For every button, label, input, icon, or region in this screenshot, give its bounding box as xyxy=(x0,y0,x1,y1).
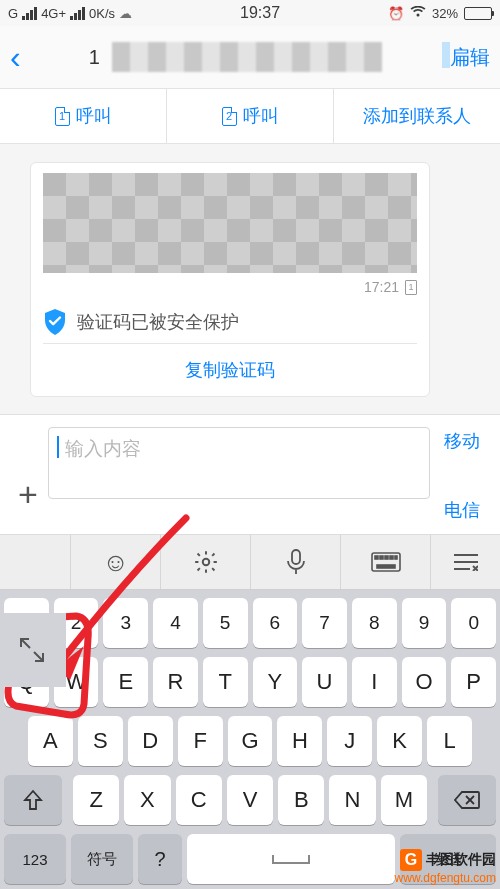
key-b[interactable]: B xyxy=(278,775,324,825)
space-key[interactable] xyxy=(187,834,395,884)
key-g[interactable]: G xyxy=(228,716,273,766)
svg-rect-4 xyxy=(380,556,383,559)
question-key[interactable]: ? xyxy=(138,834,182,884)
attach-button[interactable]: + xyxy=(8,427,48,528)
code-protected-row: 验证码已被安全保护 xyxy=(43,301,417,343)
battery-icon xyxy=(464,7,492,20)
send-telecom-button[interactable]: 电信 xyxy=(444,498,480,522)
wechat-icon: ☁ xyxy=(119,6,132,21)
key-t[interactable]: T xyxy=(203,657,248,707)
key-e[interactable]: E xyxy=(103,657,148,707)
key-h[interactable]: H xyxy=(277,716,322,766)
number-row: 1234567890 xyxy=(4,598,496,648)
voice-button[interactable] xyxy=(250,535,340,589)
key-3[interactable]: 3 xyxy=(103,598,148,648)
keyboard-toolbar: ☺ xyxy=(0,534,500,590)
shift-key[interactable] xyxy=(4,775,62,825)
letter-row-2: ASDFGHJKL xyxy=(4,716,496,766)
symbols-key[interactable]: 符号 xyxy=(71,834,133,884)
key-p[interactable]: P xyxy=(451,657,496,707)
input-bar: + 输入内容 移动 电信 xyxy=(0,414,500,534)
key-c[interactable]: C xyxy=(176,775,222,825)
sim1-icon: 1 xyxy=(55,107,70,126)
edit-button[interactable]: 扁辑 xyxy=(450,44,490,71)
key-k[interactable]: K xyxy=(377,716,422,766)
letter-row-1: QWERTYUIOP xyxy=(4,657,496,707)
keyboard: 1234567890 QWERTYUIOP ASDFGHJKL ZXCVBNM … xyxy=(0,590,500,889)
call-sim1-button[interactable]: 1 呼叫 xyxy=(0,89,166,143)
key-j[interactable]: J xyxy=(327,716,372,766)
key-y[interactable]: Y xyxy=(253,657,298,707)
placeholder-text: 输入内容 xyxy=(65,438,141,459)
key-7[interactable]: 7 xyxy=(302,598,347,648)
message-meta: 17:21 1 xyxy=(43,279,417,301)
svg-rect-5 xyxy=(385,556,388,559)
key-4[interactable]: 4 xyxy=(153,598,198,648)
key-u[interactable]: U xyxy=(302,657,347,707)
call1-label: 呼叫 xyxy=(76,104,112,128)
send-column: 移动 电信 xyxy=(430,427,494,528)
call-sim2-button[interactable]: 2 呼叫 xyxy=(166,89,333,143)
key-n[interactable]: N xyxy=(329,775,375,825)
redacted-number xyxy=(112,42,382,72)
signal-icon-2 xyxy=(70,7,85,20)
key-o[interactable]: O xyxy=(402,657,447,707)
key-f[interactable]: F xyxy=(178,716,223,766)
send-mobile-button[interactable]: 移动 xyxy=(444,429,480,453)
key-i[interactable]: I xyxy=(352,657,397,707)
sim2-icon: 2 xyxy=(222,107,237,126)
header-title: 1 xyxy=(21,42,450,72)
letter-row-3: ZXCVBNM xyxy=(4,775,496,825)
svg-point-0 xyxy=(202,559,209,566)
network-type: 4G+ xyxy=(41,6,66,21)
redacted-content xyxy=(43,173,417,273)
status-bar: G 4G+ 0K/s ☁ 19:37 ⏰ 32% xyxy=(0,0,500,26)
key-5[interactable]: 5 xyxy=(203,598,248,648)
chat-header: ‹ 1 扁辑 xyxy=(0,26,500,88)
key-9[interactable]: 9 xyxy=(402,598,447,648)
key-m[interactable]: M xyxy=(381,775,427,825)
svg-rect-6 xyxy=(390,556,393,559)
title-prefix: 1 xyxy=(89,46,100,69)
backspace-key[interactable] xyxy=(438,775,496,825)
wifi-icon xyxy=(410,6,426,21)
numbers-key[interactable]: 123 xyxy=(4,834,66,884)
settings-button[interactable] xyxy=(160,535,250,589)
action-row: 1 呼叫 2 呼叫 添加到联系人 xyxy=(0,88,500,144)
key-r[interactable]: R xyxy=(153,657,198,707)
status-right: ⏰ 32% xyxy=(388,6,492,21)
message-area: 17:21 1 验证码已被安全保护 复制验证码 xyxy=(0,144,500,414)
status-left: G 4G+ 0K/s ☁ xyxy=(8,6,132,21)
watermark-url: www.dgfengtu.com xyxy=(395,871,496,885)
key-6[interactable]: 6 xyxy=(253,598,298,648)
key-z[interactable]: Z xyxy=(73,775,119,825)
net-speed: 0K/s xyxy=(89,6,115,21)
svg-rect-8 xyxy=(377,565,395,568)
key-s[interactable]: S xyxy=(78,716,123,766)
key-d[interactable]: D xyxy=(128,716,173,766)
key-x[interactable]: X xyxy=(124,775,170,825)
key-v[interactable]: V xyxy=(227,775,273,825)
message-bubble[interactable]: 17:21 1 验证码已被安全保护 复制验证码 xyxy=(30,162,430,397)
key-0[interactable]: 0 xyxy=(451,598,496,648)
watermark-brand: 丰图软件园 xyxy=(426,851,496,869)
message-sim-icon: 1 xyxy=(405,280,417,295)
key-a[interactable]: A xyxy=(28,716,73,766)
add-contact-button[interactable]: 添加到联系人 xyxy=(333,89,500,143)
status-time: 19:37 xyxy=(240,4,280,22)
copy-code-button[interactable]: 复制验证码 xyxy=(43,343,417,396)
keyboard-switch-button[interactable] xyxy=(340,535,430,589)
message-input[interactable]: 输入内容 xyxy=(48,427,430,499)
key-l[interactable]: L xyxy=(427,716,472,766)
key-8[interactable]: 8 xyxy=(352,598,397,648)
back-button[interactable]: ‹ xyxy=(10,39,21,76)
watermark: G 丰图软件园 www.dgfengtu.com xyxy=(395,849,496,885)
menu-button[interactable] xyxy=(430,535,500,589)
svg-rect-7 xyxy=(395,556,397,559)
alarm-icon: ⏰ xyxy=(388,6,404,21)
toolbar-spare[interactable] xyxy=(0,535,70,589)
emoji-button[interactable]: ☺ xyxy=(70,535,160,589)
fullscreen-key[interactable] xyxy=(0,613,66,687)
protected-label: 验证码已被安全保护 xyxy=(77,310,239,334)
shield-icon xyxy=(43,309,67,335)
